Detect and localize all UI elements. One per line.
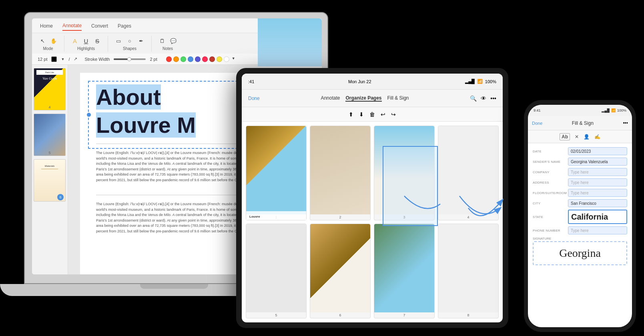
tablet-page-5[interactable]: 5 [246,224,307,318]
phone: 9:41 ▂▄█ 📶 100% Done Fill & Sign ••• Ab … [524,100,636,332]
toolbar-group-mode: ↖ ✋ Mode [38,36,58,51]
highlight-icon[interactable]: A [70,36,80,46]
thumb-num-5: 5 [34,151,65,155]
company-label: COMPANY [533,170,565,174]
tablet-time: :41 [248,79,254,84]
phone-form: DATE 02/01/2023 SENDER'S NAME Georgina V… [528,143,632,327]
color-dot-darkblue[interactable] [195,56,201,62]
tablet-done-button[interactable]: Done [248,96,260,101]
thumb-badge-6: 6 [57,194,64,200]
color-dot-blue[interactable] [188,56,193,62]
underline-icon[interactable]: U [81,36,91,46]
phone-person-icon[interactable]: 👤 [584,134,590,140]
tablet-thumb-num-8: 8 [438,312,498,318]
color-dot-orange[interactable] [173,56,179,62]
tablet-page-img-4 [438,126,498,214]
color-dot-green[interactable] [181,56,186,62]
comment-icon[interactable]: 💬 [169,36,178,46]
shapes-label: Shapes [123,46,136,51]
tablet-undo-icon[interactable]: ↩ [381,111,385,118]
phone-clear-icon[interactable]: ✕ [575,134,579,140]
chevron-down-icon[interactable]: ▼ [61,57,64,61]
tablet-battery-icon: 100% [485,79,496,84]
page-sidebar: Paint Like Van Gogh 4 5 Materials [32,65,68,274]
cursor-icon[interactable]: ↖ [38,36,47,46]
phone-done-button[interactable]: Done [532,121,542,126]
selection-handle[interactable] [87,113,91,117]
tablet-page-6[interactable]: 6 [310,224,371,318]
tablet-fillsign-tab[interactable]: Fill & Sign [387,95,409,102]
color-dot-pink[interactable] [202,56,208,62]
tablet-delete-icon[interactable]: 🗑 [369,111,375,118]
stroke-size: 12 pt [38,57,47,62]
tablet-screen: :41 Mon Jun 22 ▂▄█ 📶 100% Done Annotate … [242,74,503,322]
tab-annotate[interactable]: Annotate [62,23,82,31]
rect-icon[interactable]: ▭ [114,36,123,46]
sender-label: SENDER'S NAME [533,160,565,164]
city-label: CITY [533,202,565,205]
sender-value[interactable]: Georgina Valenzuela [568,158,627,166]
hand-icon[interactable]: ✋ [49,36,58,46]
form-row-floor: FLOOR/SUITE/ROOM Type here [533,189,627,197]
chevron-more-icon[interactable]: ▼ [232,56,235,62]
note-icon[interactable]: 🗒 [157,36,167,46]
phone-sign-icon[interactable]: ✍ [594,134,600,140]
signature-box[interactable]: Georgina [533,241,627,265]
tablet-thumb-num-6: 6 [310,312,370,318]
state-label: STATE [533,215,565,219]
phone-more-icon[interactable]: ••• [623,120,628,126]
state-value[interactable]: California [568,210,627,224]
tablet-export-icon[interactable]: ⬇ [359,111,364,118]
tablet-page-1-label: Louvre [248,214,262,214]
pen-icon[interactable]: ✒ [136,36,146,46]
color-dot-red[interactable] [166,56,172,62]
tablet-page-img-3 [374,126,434,214]
tablet-more-icon[interactable]: ••• [490,95,496,102]
notes-label: Notes [163,46,173,51]
color-dot-darkred[interactable] [209,56,215,62]
sky-background [258,18,322,66]
floor-value[interactable]: Type here [568,189,627,197]
tablet-statusbar: :41 Mon Jun 22 ▂▄█ 📶 100% [242,74,503,90]
stroke-color-swatch[interactable] [51,56,57,62]
phone-wifi-icon: 📶 [611,108,616,112]
tablet-page-8[interactable]: 8 [438,224,499,318]
tablet-annotate-tab[interactable]: Annotate [321,95,340,102]
date-value[interactable]: 02/01/2023 [568,147,627,155]
tablet-wifi-icon: 📶 [477,79,483,84]
strikethrough-icon[interactable]: S [92,36,102,46]
tablet-redo-icon[interactable]: ↪ [391,111,396,118]
tablet-thumb-num-7: 7 [374,312,434,318]
tablet-search-icon[interactable]: 🔍 [470,95,477,102]
phone-value[interactable]: Type here [568,226,627,234]
tablet-page-1[interactable]: Louvre 1 [246,126,307,220]
thumbnail-page-4[interactable]: Paint Like Van Gogh 4 [34,68,66,110]
stroke-width-slider[interactable] [114,58,146,60]
tablet-page-4[interactable]: 4 [438,126,499,220]
tablet-thumb-num-5: 5 [246,312,306,318]
toolbar-group-notes: 🗒 💬 Notes [157,36,178,51]
tablet-page-2[interactable]: 2 [310,126,371,220]
color-dot-white[interactable] [224,56,229,62]
stroke-value: 2 pt [150,57,157,62]
thumbnail-page-5[interactable]: 5 [34,114,66,156]
company-value[interactable]: Type here [568,168,627,176]
thumbnail-page-6[interactable]: Materials 6 [34,159,66,202]
tablet-eye-icon[interactable]: 👁 [481,95,486,102]
tablet-import-icon[interactable]: ⬆ [349,111,353,118]
tablet-page-3[interactable]: 3 [374,126,435,220]
circle-icon[interactable]: ○ [125,36,134,46]
phone-text-tool[interactable]: Ab [560,133,570,140]
tab-home[interactable]: Home [40,23,53,30]
city-value[interactable]: San Francisco [568,199,627,207]
tablet-nav-actions: Annotate Organize Pages Fill & Sign [321,95,409,102]
phone-signal-icon: ▂▄█ [602,108,610,112]
tablet-status-date: Mon Jun 22 [348,79,371,84]
tablet-page-7[interactable]: 7 [374,224,435,318]
tab-pages[interactable]: Pages [118,23,131,30]
tab-convert[interactable]: Convert [91,23,108,30]
phone-time: 9:41 [534,108,541,112]
tablet-organize-tab[interactable]: Organize Pages [345,95,381,102]
color-dot-yellow[interactable] [217,56,222,62]
address-value[interactable]: Type here [568,178,627,186]
